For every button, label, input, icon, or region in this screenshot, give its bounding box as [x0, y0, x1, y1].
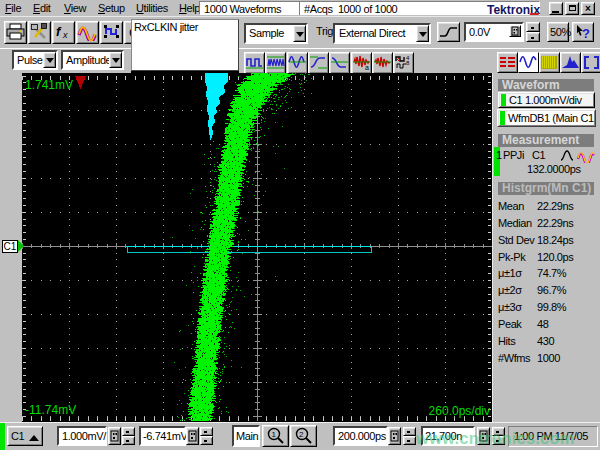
svg-text:8: 8: [406, 60, 410, 66]
svg-text:a: a: [365, 64, 369, 71]
svg-text:2: 2: [299, 430, 304, 439]
svg-text:1: 1: [272, 430, 277, 439]
svg-text:-11.74mV: -11.74mV: [25, 403, 76, 417]
svg-text:x: x: [62, 30, 68, 40]
svg-text:?: ?: [582, 26, 590, 41]
svg-text:260.0ps/div: 260.0ps/div: [429, 404, 490, 418]
svg-text:1.741mV: 1.741mV: [25, 78, 73, 92]
svg-text:f: f: [56, 24, 62, 39]
